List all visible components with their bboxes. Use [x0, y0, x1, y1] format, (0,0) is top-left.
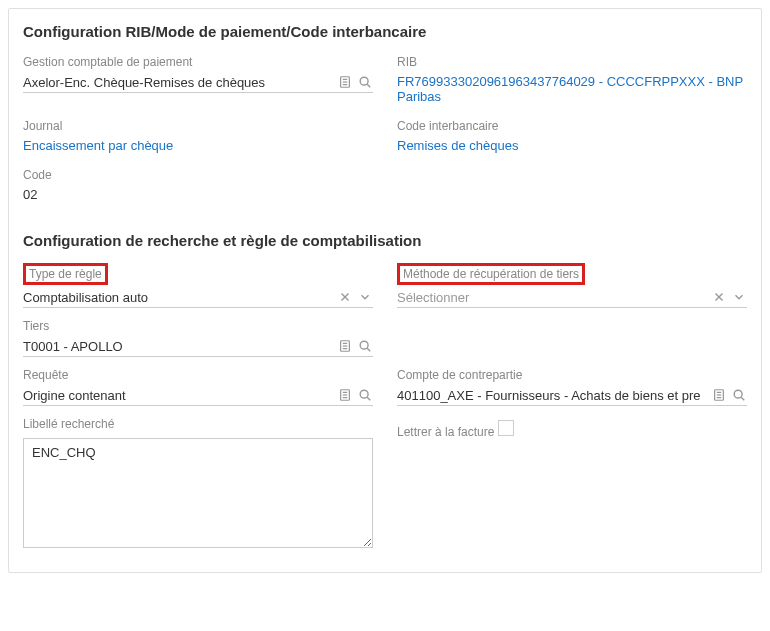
svg-point-4 [360, 77, 368, 85]
code-label: Code [23, 167, 52, 183]
lettrer-checkbox[interactable] [498, 420, 514, 436]
svg-point-26 [734, 390, 742, 398]
libelle-value: ENC_CHQ [32, 445, 96, 460]
search-icon[interactable] [357, 74, 373, 90]
row-typeregle-methode: Type de règle Comptabilisation auto Méth… [23, 263, 747, 308]
section2-title: Configuration de recherche et règle de c… [23, 232, 747, 249]
methode-value: Sélectionner [397, 290, 707, 305]
journal-link[interactable]: Encaissement par chèque [23, 136, 373, 157]
gestion-value: Axelor-Enc. Chèque-Remises de chèques [23, 75, 333, 90]
document-icon[interactable] [711, 387, 727, 403]
section1-title: Configuration RIB/Mode de paiement/Code … [23, 23, 747, 40]
compte-input[interactable]: 401100_AXE - Fournisseurs - Achats de bi… [397, 385, 747, 406]
svg-point-20 [360, 390, 368, 398]
compte-value: 401100_AXE - Fournisseurs - Achats de bi… [397, 388, 707, 403]
svg-line-5 [367, 84, 370, 87]
code-value: 02 [23, 185, 373, 206]
libelle-label: Libellé recherché [23, 416, 114, 432]
chevron-down-icon[interactable] [731, 289, 747, 305]
code-interbancaire-label: Code interbancaire [397, 118, 498, 134]
document-icon[interactable] [337, 338, 353, 354]
rib-label: RIB [397, 54, 417, 70]
requete-label: Requête [23, 367, 68, 383]
svg-line-27 [741, 397, 744, 400]
methode-dropdown[interactable]: Sélectionner [397, 287, 747, 308]
row-libelle-lettrer: Libellé recherché ENC_CHQ Lettrer à la f… [23, 416, 747, 548]
config-panel: Configuration RIB/Mode de paiement/Code … [8, 8, 762, 573]
row-gestion-rib: Gestion comptable de paiement Axelor-Enc… [23, 54, 747, 108]
clear-icon[interactable] [337, 289, 353, 305]
tiers-value: T0001 - APOLLO [23, 339, 333, 354]
type-regle-value: Comptabilisation auto [23, 290, 333, 305]
svg-line-21 [367, 397, 370, 400]
libelle-textarea[interactable]: ENC_CHQ [23, 438, 373, 548]
type-regle-label: Type de règle [23, 263, 108, 285]
code-interbancaire-link[interactable]: Remises de chèques [397, 136, 747, 157]
search-icon[interactable] [357, 387, 373, 403]
row-journal-codeib: Journal Encaissement par chèque Code int… [23, 118, 747, 157]
journal-label: Journal [23, 118, 62, 134]
chevron-down-icon[interactable] [357, 289, 373, 305]
gestion-input[interactable]: Axelor-Enc. Chèque-Remises de chèques [23, 72, 373, 93]
compte-label: Compte de contrepartie [397, 367, 522, 383]
methode-label: Méthode de récupération de tiers [397, 263, 585, 285]
requete-value: Origine contenant [23, 388, 333, 403]
gestion-label: Gestion comptable de paiement [23, 54, 192, 70]
search-icon[interactable] [731, 387, 747, 403]
search-icon[interactable] [357, 338, 373, 354]
svg-point-14 [360, 341, 368, 349]
tiers-input[interactable]: T0001 - APOLLO [23, 336, 373, 357]
row-tiers: Tiers T0001 - APOLLO [23, 318, 747, 357]
rib-link[interactable]: FR7699333020961963437764029 - CCCCFRPPXX… [397, 72, 747, 108]
row-code: Code 02 [23, 167, 747, 206]
lettrer-label: Lettrer à la facture [397, 424, 494, 440]
document-icon[interactable] [337, 387, 353, 403]
document-icon[interactable] [337, 74, 353, 90]
type-regle-dropdown[interactable]: Comptabilisation auto [23, 287, 373, 308]
requete-input[interactable]: Origine contenant [23, 385, 373, 406]
row-requete-compte: Requête Origine contenant Compte de cont… [23, 367, 747, 406]
svg-line-15 [367, 348, 370, 351]
tiers-label: Tiers [23, 318, 49, 334]
clear-icon[interactable] [711, 289, 727, 305]
